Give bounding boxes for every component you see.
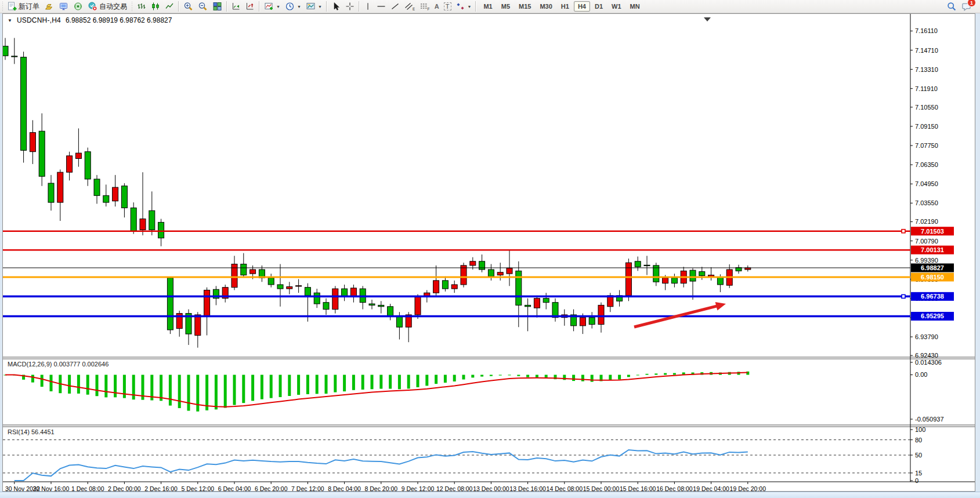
svg-text:6.98150: 6.98150: [921, 274, 944, 281]
toolbar-separator: [475, 1, 476, 12]
macd-label: MACD(12,26,9) 0.003777 0.002646: [8, 361, 109, 368]
rsi-tick-label: 100: [915, 426, 925, 433]
crosshair-icon: [345, 2, 355, 11]
timeframe-button-m5[interactable]: M5: [497, 1, 514, 12]
candle-up: [451, 285, 457, 289]
auto-scroll-button[interactable]: [229, 0, 243, 13]
candle-chart-mode-button[interactable]: [149, 0, 162, 13]
channel-tool-button[interactable]: E: [402, 0, 417, 13]
timeframe-button-d1[interactable]: D1: [591, 1, 607, 12]
macd-bar: [233, 375, 236, 405]
macd-bar: [325, 375, 328, 394]
cursor-tool-button[interactable]: [329, 0, 343, 13]
candle-down: [167, 278, 173, 330]
tile-windows-button[interactable]: [210, 0, 225, 13]
bar-chart-mode-button[interactable]: [135, 0, 149, 13]
macd-bar: [508, 375, 511, 375]
macd-bar: [68, 375, 71, 393]
text-tool-button[interactable]: A: [432, 0, 442, 13]
new-order-label: 新订单: [19, 2, 39, 12]
time-tick-label: 13 Dec 00:00: [473, 485, 509, 491]
timeframe-button-w1[interactable]: W1: [607, 1, 625, 12]
trendline-tool-button[interactable]: [388, 0, 402, 13]
templates-button[interactable]: ▼: [303, 0, 324, 13]
candle-up: [534, 299, 540, 308]
macd-bar: [224, 375, 227, 408]
hline-handle: [902, 230, 905, 233]
candle-down: [635, 261, 641, 267]
macd-bar: [41, 375, 44, 387]
time-tick-label: 1 Dec 08:00: [71, 485, 104, 491]
macd-bar: [50, 375, 53, 391]
candle-up: [470, 261, 476, 266]
indicators-icon: [264, 2, 274, 11]
macd-tick-label: 0.014306: [915, 359, 942, 366]
candle-up: [195, 315, 201, 335]
time-tick-label: 2 Dec 16:00: [144, 485, 178, 491]
toolbar-separator: [359, 1, 360, 12]
timeframe-button-mn[interactable]: MN: [626, 1, 644, 12]
time-tick-label: 8 Dec 20:00: [364, 485, 397, 491]
macd-bar: [77, 375, 80, 393]
indicators-button[interactable]: ▼: [262, 0, 283, 13]
chart-canvas[interactable]: 7.161107.147107.133107.119107.105507.091…: [3, 14, 975, 491]
vertical-line-tool-button[interactable]: [361, 0, 374, 13]
terminal-icon: [59, 2, 68, 11]
market-watch-button[interactable]: [42, 0, 56, 13]
macd-bar: [196, 375, 199, 411]
macd-bar: [444, 375, 447, 383]
candle-down: [543, 299, 549, 303]
hline-handle: [902, 295, 905, 298]
strategy-tester-button[interactable]: [71, 0, 85, 13]
candle-down: [131, 208, 136, 231]
collapse-triangle-icon[interactable]: ▼: [8, 18, 12, 23]
candle-up: [580, 318, 585, 326]
fibonacci-icon: F: [420, 2, 430, 11]
macd-bar: [132, 375, 135, 399]
macd-bar: [187, 375, 190, 410]
line-chart-mode-button[interactable]: [162, 0, 176, 13]
chart-ohlc-values: 6.98852 6.98919 6.98762 6.98827: [66, 16, 172, 24]
time-tick-label: 7 Dec 12:00: [291, 485, 324, 491]
crosshair-tool-button[interactable]: [343, 0, 357, 13]
zoom-in-button[interactable]: [181, 0, 196, 13]
macd-bar: [646, 374, 649, 375]
candle-up: [67, 156, 73, 172]
macd-bar: [169, 375, 172, 405]
rsi-line: [15, 450, 748, 481]
arrows-tool-button[interactable]: ▼: [454, 0, 474, 13]
time-tick-label: 12 Dec 08:00: [436, 485, 473, 491]
chart-shift-button[interactable]: [243, 0, 257, 13]
vertical-line-icon: [364, 2, 372, 11]
candle-down: [241, 264, 247, 275]
toolbar-grip[interactable]: [131, 2, 133, 11]
autotrading-button[interactable]: 自动交易: [85, 0, 129, 13]
horizontal-line-tool-button[interactable]: [374, 0, 388, 13]
navigator-button[interactable]: [56, 0, 71, 13]
zoom-out-button[interactable]: [196, 0, 210, 13]
macd-bar: [572, 375, 575, 381]
auto-scroll-icon: [232, 2, 241, 11]
macd-bar: [499, 375, 502, 375]
timeframe-button-m30[interactable]: M30: [536, 1, 556, 12]
toolbar-separator: [226, 1, 227, 12]
timeframe-button-h4[interactable]: H4: [574, 1, 590, 12]
search-button[interactable]: [944, 0, 959, 13]
rsi-tick-label: 15: [915, 470, 922, 477]
rsi-tick-label: 0: [915, 477, 918, 484]
text-label-tool-button[interactable]: T: [442, 0, 454, 13]
dropdown-arrow-icon: ▼: [276, 5, 280, 9]
toolbar-grip[interactable]: [1, 2, 4, 11]
chart-window[interactable]: 7.161107.147107.133107.119107.105507.091…: [2, 13, 975, 492]
search-icon: [946, 2, 957, 12]
periods-button[interactable]: ▼: [283, 0, 303, 13]
timeframe-button-m15[interactable]: M15: [515, 1, 535, 12]
price-tick-label: 7.06350: [915, 161, 938, 168]
candle-down: [21, 57, 27, 151]
notifications-button[interactable]: 1: [959, 0, 974, 13]
timeframe-button-h1[interactable]: H1: [557, 1, 573, 12]
fibonacci-tool-button[interactable]: F: [417, 0, 432, 13]
new-order-button[interactable]: 新订单: [5, 0, 42, 13]
timeframe-button-m1[interactable]: M1: [479, 1, 496, 12]
zoom-out-icon: [198, 2, 208, 11]
